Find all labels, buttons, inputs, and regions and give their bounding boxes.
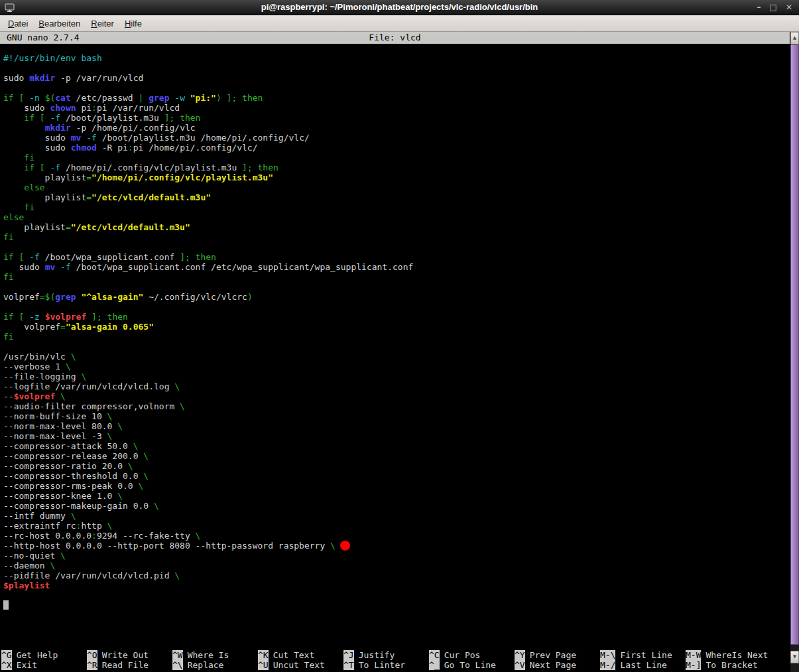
code-line-23: fi: [3, 272, 790, 282]
code-line-20: [3, 242, 790, 252]
code-line-40: --compressor-attack 50.0 \: [3, 441, 790, 451]
code-line-18: playlist="/etc/vlcd/default.m3u": [3, 222, 790, 232]
red-dot-annotation: [340, 541, 350, 551]
nano-shortcut-bar: ^GGet Help^OWrite Out^WWhere Is^KCut Tex…: [1, 650, 797, 670]
menu-item-hilfe[interactable]: Hilfe: [119, 17, 147, 30]
shortcut-read-file: ^RRead File: [87, 660, 172, 670]
code-line-27: if [ -z $volpref ]; then: [3, 312, 790, 322]
code-line-26: [3, 302, 790, 312]
close-button[interactable]: ✕: [786, 0, 792, 15]
code-line-41: --compressor-release 200.0 \: [3, 451, 790, 461]
shortcut-cur-pos: ^CCur Pos: [429, 650, 515, 660]
code-line-17: else: [3, 212, 790, 222]
shortcut-replace: ^\Replace: [172, 660, 258, 670]
menubar: DateiBearbeitenReiterHilfe: [0, 15, 799, 32]
code-line-28: volpref="alsa-gain 0.065": [3, 322, 790, 332]
code-line-37: --norm-buff-size 10 \: [3, 411, 790, 421]
code-line-38: --norm-max-level 80.0 \: [3, 421, 790, 431]
code-line-19: fi: [3, 232, 790, 242]
code-line-30: [3, 342, 790, 352]
scrollbar[interactable]: ▲ ▼: [790, 32, 799, 672]
code-line-21: if [ -f /boot/wpa_supplicant.conf ]; the…: [3, 252, 790, 262]
code-line-44: --compressor-rms-peak 0.0 \: [3, 481, 790, 491]
code-line-13: playlist="/home/pi/.config/vlc/playlist.…: [3, 172, 790, 182]
code-line-11: fi: [3, 153, 790, 163]
menu-item-reiter[interactable]: Reiter: [86, 17, 119, 30]
scroll-up-icon[interactable]: ▲: [790, 32, 799, 44]
code-line-32: --verbose 1 \: [3, 362, 790, 371]
code-line-42: --compressor-ratio 20.0 \: [3, 461, 790, 471]
code-line-55: [3, 590, 790, 600]
code-line-39: --norm-max-level -3 \: [3, 431, 790, 441]
code-line-56: [3, 600, 790, 610]
code-line-2: [3, 63, 790, 73]
shortcut-last-line: M-/Last Line: [600, 660, 686, 670]
code-line-33: --file-logging \: [3, 371, 790, 381]
code-line-31: /usr/bin/vlc \: [3, 352, 790, 362]
code-line-53: --pidfile /var/run/vlcd/vlcd.pid \: [3, 571, 790, 580]
shortcut-write-out: ^OWrite Out: [87, 650, 172, 660]
shortcut-get-help: ^GGet Help: [1, 650, 87, 660]
code-line-6: sudo chown pi:pi /var/run/vlcd: [3, 103, 790, 113]
scroll-down-icon[interactable]: ▼: [790, 651, 799, 663]
shortcut-cut-text: ^KCut Text: [258, 650, 343, 660]
minimize-button[interactable]: –: [757, 0, 761, 15]
code-line-22: sudo mv -f /boot/wpa_supplicant.conf /et…: [3, 262, 790, 272]
shortcut-uncut-text: ^UUncut Text: [258, 660, 343, 670]
code-line-5: if [ -n $(cat /etc/passwd | grep -w "pi:…: [3, 93, 790, 103]
nano-statusbar: GNU nano 2.7.4 File: vlcd: [0, 32, 790, 44]
code-line-35: --$volpref \: [3, 391, 790, 401]
code-line-12: if [ -f /home/pi/.config/vlc/playlist.m3…: [3, 163, 790, 172]
code-line-45: --compressor-knee 1.0 \: [3, 491, 790, 501]
shortcut-prev-page: ^YPrev Page: [515, 650, 600, 660]
shortcut-where-is: ^WWhere Is: [172, 650, 258, 660]
window-title: pi@raspberrypi: ~/Pimoroni/phatbeat/proj…: [0, 2, 799, 12]
code-line-47: --intf dummy \: [3, 511, 790, 521]
code-line-15: playlist="/etc/vlcd/default.m3u": [3, 192, 790, 202]
code-line-16: fi: [3, 202, 790, 212]
shortcut-to-bracket: M-]To Bracket: [686, 660, 771, 670]
code-line-48: --extraintf rc:http \: [3, 521, 790, 531]
code-line-24: [3, 282, 790, 292]
scrollbar-thumb[interactable]: [790, 44, 799, 645]
shortcut-exit: ^XExit: [1, 660, 87, 670]
shortcut-whereis-next: M-WWhereIs Next: [686, 650, 771, 660]
code-line-52: --daemon \: [3, 561, 790, 571]
shortcut-next-page: ^VNext Page: [515, 660, 600, 670]
code-line-14: else: [3, 182, 790, 192]
code-line-46: --compressor-makeup-gain 0.0 \: [3, 501, 790, 511]
code-line-1: #!/usr/bin/env bash: [3, 53, 790, 63]
code-line-7: if [ -f /boot/playlist.m3u ]; then: [3, 113, 790, 123]
code-line-25: volpref=$(grep "^alsa-gain" ~/.config/vl…: [3, 292, 790, 302]
editor-area[interactable]: #!/usr/bin/env bashsudo mkdir -p /var/ru…: [0, 44, 790, 649]
code-line-29: fi: [3, 332, 790, 342]
text-cursor: [3, 600, 9, 610]
menu-item-datei[interactable]: Datei: [3, 17, 33, 30]
code-line-50: --http-host 0.0.0.0 --http-port 8080 --h…: [3, 541, 790, 551]
code-line-36: --audio-filter compressor,volnorm \: [3, 401, 790, 411]
shortcut-first-line: M-\First Line: [600, 650, 686, 660]
code-line-54: $playlist: [3, 580, 790, 590]
code-line-43: --compressor-threshold 0.0 \: [3, 471, 790, 481]
shortcut-go-to-line: ^_Go To Line: [429, 660, 515, 670]
nano-filename: File: vlcd: [0, 32, 790, 44]
code-line-8: mkdir -p /home/pi/.config/vlc: [3, 123, 790, 133]
code-line-3: sudo mkdir -p /var/run/vlcd: [3, 73, 790, 83]
menu-item-bearbeiten[interactable]: Bearbeiten: [33, 17, 86, 30]
code-line-34: --logfile /var/run/vlcd/vlcd.log \: [3, 381, 790, 391]
shortcut-justify: ^JJustify: [343, 650, 429, 660]
window-titlebar[interactable]: pi@raspberrypi: ~/Pimoroni/phatbeat/proj…: [0, 0, 799, 15]
code-line-10: sudo chmod -R pi:pi /home/pi/.config/vlc…: [3, 143, 790, 153]
code-line-4: [3, 83, 790, 93]
code-line-9: sudo mv -f /boot/playlist.m3u /home/pi/.…: [3, 133, 790, 143]
shortcut-to-linter: ^TTo Linter: [343, 660, 429, 670]
code-line-51: --no-quiet \: [3, 551, 790, 561]
maximize-button[interactable]: □: [770, 0, 777, 15]
code-line-49: --rc-host 0.0.0.0:9294 --rc-fake-tty \: [3, 531, 790, 541]
